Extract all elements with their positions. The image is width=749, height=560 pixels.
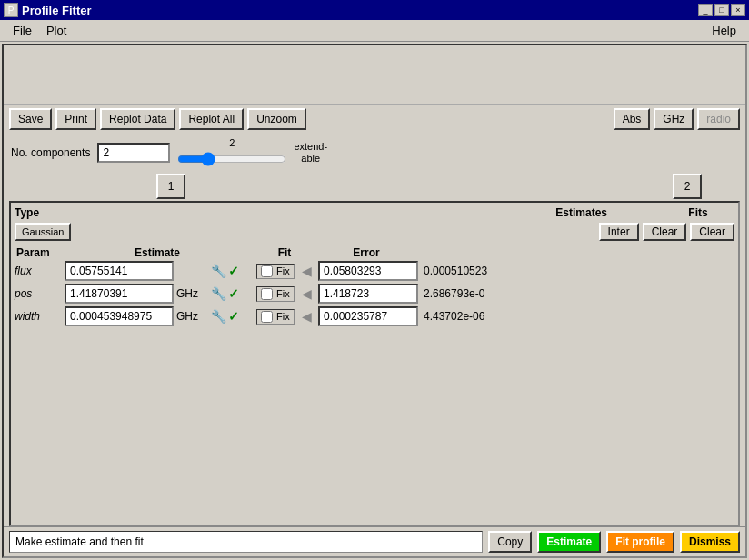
param-name-pos: pos: [15, 287, 65, 300]
param-row: pos GHz 🔧 ✓ Fix ◀ 2.686793e-0: [15, 284, 734, 304]
ghz-button[interactable]: GHz: [654, 108, 694, 130]
arrow-icon-flux[interactable]: ◀: [302, 264, 318, 278]
param-tools-pos: 🔧 ✓: [211, 286, 256, 301]
estimate-button[interactable]: Estimate: [537, 531, 601, 553]
components-input[interactable]: [97, 143, 170, 163]
fix-input-flux[interactable]: [261, 265, 273, 277]
param-value-pos[interactable]: [65, 284, 174, 304]
fit-col-header: Fit: [248, 246, 321, 259]
inter-clear-btns: Inter Clear Clear: [599, 223, 734, 241]
save-button[interactable]: Save: [9, 108, 52, 130]
fix-checkbox-flux[interactable]: Fix: [256, 264, 302, 279]
comp-button-2[interactable]: 2: [673, 174, 702, 199]
fits-header-label: Fits: [662, 206, 734, 219]
fix-checkbox-width[interactable]: Fix: [256, 309, 302, 325]
slider-value-label: 2: [229, 137, 235, 148]
gaussian-button[interactable]: Gaussian: [15, 223, 71, 241]
menu-plot[interactable]: Plot: [39, 22, 74, 39]
replot-data-button[interactable]: Replot Data: [100, 108, 175, 130]
menu-bar: File Plot Help: [0, 20, 749, 42]
fit-value-pos[interactable]: [318, 284, 418, 304]
param-name-width: width: [15, 310, 65, 323]
slider-container: 2: [177, 137, 286, 168]
estimate-col-header: Estimate: [66, 246, 248, 259]
error-value-width: 4.43702e-06: [424, 310, 514, 323]
param-rows-container: flux 🔧 ✓ Fix ◀ 0.000510523 pos GHz 🔧: [15, 261, 734, 329]
menu-file[interactable]: File: [5, 22, 39, 39]
comp-button-1[interactable]: 1: [156, 174, 185, 199]
minimize-button[interactable]: _: [698, 4, 713, 16]
components-row: No. components 2 extend- able: [4, 134, 745, 172]
wrench-icon-width[interactable]: 🔧: [211, 309, 226, 324]
check-icon-width[interactable]: ✓: [228, 309, 239, 324]
clear-estimates-button[interactable]: Clear: [643, 223, 687, 241]
error-col-header: Error: [321, 246, 412, 259]
param-header-row: Param Estimate Fit Error: [15, 246, 734, 259]
wrench-icon-pos[interactable]: 🔧: [211, 286, 226, 301]
plot-area: [4, 45, 745, 105]
clear-fit-button[interactable]: Clear: [690, 223, 734, 241]
no-components-label: No. components: [11, 146, 90, 159]
components-slider[interactable]: [177, 150, 286, 168]
fit-value-width[interactable]: [318, 306, 418, 326]
error-value-pos: 2.686793e-0: [424, 287, 514, 300]
replot-all-button[interactable]: Replot All: [179, 108, 244, 130]
title-bar: P Profile Fitter _ □ ×: [0, 0, 749, 20]
fix-input-pos[interactable]: [261, 288, 273, 300]
comp-buttons-row: 1 2: [4, 172, 745, 201]
param-value-flux[interactable]: [65, 261, 174, 281]
extend-label: extend- able: [294, 141, 327, 165]
fix-checkbox-pos[interactable]: Fix: [256, 286, 302, 302]
copy-button[interactable]: Copy: [488, 531, 532, 553]
window-title: Profile Fitter: [22, 4, 694, 17]
maximize-button[interactable]: □: [714, 4, 729, 16]
param-unit-width: GHz: [176, 310, 208, 323]
radio-button[interactable]: radio: [697, 108, 740, 130]
menu-help[interactable]: Help: [704, 22, 744, 39]
app-icon: P: [4, 3, 18, 17]
fit-profile-button[interactable]: Fit profile: [606, 531, 674, 553]
wrench-icon-flux[interactable]: 🔧: [211, 264, 226, 278]
param-row: width GHz 🔧 ✓ Fix ◀ 4.43702e-06: [15, 306, 734, 326]
unzoom-button[interactable]: Unzoom: [247, 108, 306, 130]
dismiss-button[interactable]: Dismiss: [680, 531, 740, 553]
param-row: flux 🔧 ✓ Fix ◀ 0.000510523: [15, 261, 734, 281]
main-window: Save Print Replot Data Replot All Unzoom…: [2, 44, 747, 558]
fit-panel: Type Estimates Fits Gaussian Inter Clear…: [9, 201, 740, 526]
estimates-header-label: Estimates: [87, 206, 662, 219]
param-col-header: Param: [16, 246, 66, 259]
check-icon-flux[interactable]: ✓: [228, 264, 239, 278]
status-message: Make estimate and then fit: [9, 531, 483, 553]
abs-button[interactable]: Abs: [614, 108, 651, 130]
title-bar-buttons: _ □ ×: [698, 4, 745, 16]
param-value-width[interactable]: [65, 306, 174, 326]
fix-input-width[interactable]: [261, 311, 273, 323]
close-button[interactable]: ×: [731, 4, 745, 16]
inter-clear-row: Gaussian Inter Clear Clear: [15, 223, 734, 241]
fit-panel-header: Type Estimates Fits: [15, 206, 734, 219]
param-tools-flux: 🔧 ✓: [211, 264, 256, 278]
param-tools-width: 🔧 ✓: [211, 309, 256, 324]
print-button[interactable]: Print: [55, 108, 96, 130]
param-unit-pos: GHz: [176, 287, 208, 300]
status-bar: Make estimate and then fit Copy Estimate…: [4, 526, 745, 556]
check-icon-pos[interactable]: ✓: [228, 286, 239, 301]
toolbar: Save Print Replot Data Replot All Unzoom…: [4, 105, 745, 134]
error-value-flux: 0.000510523: [424, 265, 514, 277]
fit-value-flux[interactable]: [318, 261, 418, 281]
param-name-flux: flux: [15, 265, 65, 277]
arrow-icon-pos[interactable]: ◀: [302, 286, 318, 301]
inter-button[interactable]: Inter: [599, 223, 639, 241]
type-header-label: Type: [15, 206, 87, 219]
arrow-icon-width[interactable]: ◀: [302, 309, 318, 324]
